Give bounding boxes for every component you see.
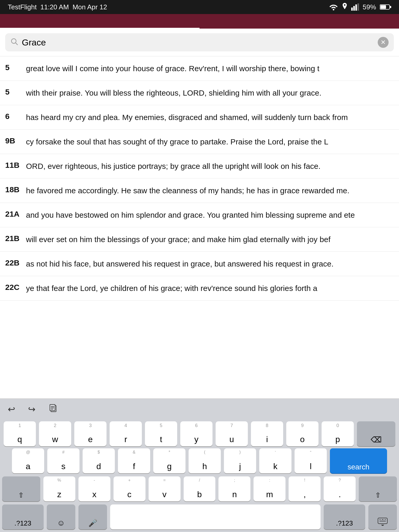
clear-icon: ✕ — [381, 39, 386, 46]
battery-label: 59% — [363, 3, 376, 11]
key-period[interactable]: ? . — [324, 476, 356, 501]
key-m[interactable]: : m — [254, 476, 285, 501]
space-key[interactable] — [110, 504, 321, 529]
paste-button[interactable] — [46, 401, 60, 417]
testflight-label: TestFlight — [8, 3, 37, 11]
result-number: 5 — [5, 63, 26, 72]
key-v[interactable]: = v — [149, 476, 181, 501]
result-number: 21A — [5, 209, 26, 218]
table-row[interactable]: 22B as not hid his face, but answered hi… — [0, 252, 399, 276]
top-tab-bar — [0, 14, 399, 29]
emoji-key[interactable]: ☺ — [47, 504, 75, 529]
location-icon — [342, 3, 348, 11]
search-bar-container: ✕ — [0, 29, 399, 56]
svg-rect-6 — [390, 6, 391, 8]
keyboard-number-row: 1 q 2 w 3 e 4 r 5 t 6 y — [0, 421, 399, 446]
table-row[interactable]: 6 has heard my cry and plea. My enemies,… — [0, 105, 399, 130]
svg-rect-0 — [351, 8, 353, 11]
wifi-icon — [329, 4, 338, 10]
key-f[interactable]: & f — [118, 448, 150, 473]
result-number: 5 — [5, 87, 26, 96]
search-bar: ✕ — [5, 33, 394, 51]
signal-icon — [351, 3, 359, 11]
key-s[interactable]: # s — [47, 448, 79, 473]
result-number: 21B — [5, 234, 26, 243]
search-icon — [10, 37, 18, 48]
key-u[interactable]: 7 u — [216, 421, 248, 446]
shift-key[interactable]: ⇧ — [2, 476, 40, 501]
undo-button[interactable]: ↩ — [5, 401, 18, 417]
tab-2[interactable] — [200, 14, 399, 29]
content-area: ✕ 5 great love will I come into your hou… — [0, 29, 399, 532]
result-text: ORD, ever righteous, his justice portray… — [26, 160, 394, 172]
key-l[interactable]: " l — [295, 448, 327, 473]
result-number: 11B — [5, 160, 26, 170]
result-number: 6 — [5, 111, 26, 121]
table-row[interactable]: 9B cy forsake the soul that has sought o… — [0, 130, 399, 154]
table-row[interactable]: 22C ye that fear the Lord, ye children o… — [0, 276, 399, 301]
key-r[interactable]: 4 r — [110, 421, 142, 446]
shift-right-key[interactable]: ⇧ — [359, 476, 397, 501]
numbers-key[interactable]: .?123 — [2, 504, 44, 529]
keyboard-bottom-row: .?123 ☺ 🎤 .?123 — [0, 504, 399, 529]
keyboard: 1 q 2 w 3 e 4 r 5 t 6 y — [0, 419, 399, 532]
battery-icon — [380, 4, 391, 10]
result-number: 22B — [5, 258, 26, 267]
keyboard-row-3: ⇧ % z - x + c = v / b ; — [0, 476, 399, 501]
result-text: will ever set on him the blessings of yo… — [26, 234, 394, 245]
key-i[interactable]: 8 i — [251, 421, 283, 446]
key-k[interactable]: ' k — [259, 448, 291, 473]
svg-rect-5 — [380, 5, 386, 9]
key-a[interactable]: @ a — [12, 448, 44, 473]
tab-1[interactable] — [0, 14, 200, 29]
table-row[interactable]: 21A and you have bestowed on him splendo… — [0, 203, 399, 227]
table-row[interactable]: 21B will ever set on him the blessings o… — [0, 227, 399, 252]
result-text: ye that fear the Lord, ye children of hi… — [26, 282, 394, 294]
key-j[interactable]: ) j — [224, 448, 256, 473]
svg-point-7 — [11, 39, 16, 43]
result-text: has heard my cry and plea. My enemies, d… — [26, 111, 394, 123]
table-row[interactable]: 18B he favored me accordingly. He saw th… — [0, 178, 399, 203]
mic-key[interactable]: 🎤 — [78, 504, 107, 529]
clear-button[interactable]: ✕ — [378, 37, 389, 48]
date-label: Mon Apr 12 — [72, 3, 107, 11]
result-text: he favored me accordingly. He saw the cl… — [26, 185, 394, 196]
table-row[interactable]: 5 with their praise. You will bless the … — [0, 81, 399, 105]
backspace-key[interactable]: ⌫ — [357, 421, 395, 446]
keyboard-row-2: @ a # s $ d & f * g ( h — [0, 448, 399, 473]
results-list: 5 great love will I come into your house… — [0, 56, 399, 398]
key-n[interactable]: ; n — [218, 476, 250, 501]
search-key[interactable]: search — [330, 448, 387, 473]
redo-button[interactable]: ↪ — [25, 401, 38, 417]
key-q[interactable]: 1 q — [4, 421, 36, 446]
key-w[interactable]: 2 w — [39, 421, 71, 446]
svg-line-8 — [16, 43, 18, 45]
key-c[interactable]: + c — [114, 476, 145, 501]
table-row[interactable]: 5 great love will I come into your house… — [0, 56, 399, 81]
hide-keyboard-key[interactable] — [368, 504, 397, 529]
result-text: with their praise. You will bless the ri… — [26, 87, 394, 99]
result-text: great love will I come into your house o… — [26, 63, 394, 74]
result-number: 22C — [5, 282, 26, 292]
status-right: 59% — [329, 3, 391, 11]
key-g[interactable]: * g — [153, 448, 185, 473]
key-x[interactable]: - x — [78, 476, 110, 501]
svg-rect-2 — [355, 4, 357, 11]
key-comma[interactable]: ! , — [289, 476, 321, 501]
status-left: TestFlight 11:20 AM Mon Apr 12 — [8, 3, 107, 11]
table-row[interactable]: 11B ORD, ever righteous, his justice por… — [0, 154, 399, 178]
numbers-right-key[interactable]: .?123 — [324, 504, 365, 529]
search-input[interactable] — [22, 37, 374, 48]
key-b[interactable]: / b — [184, 476, 216, 501]
key-t[interactable]: 5 t — [145, 421, 177, 446]
key-e[interactable]: 3 e — [74, 421, 107, 446]
key-p[interactable]: 0 p — [322, 421, 354, 446]
key-h[interactable]: ( h — [189, 448, 221, 473]
key-d[interactable]: $ d — [83, 448, 115, 473]
keyboard-toolbar: ↩ ↪ — [0, 398, 399, 419]
time-label: 11:20 AM — [40, 3, 69, 11]
key-o[interactable]: 9 o — [286, 421, 318, 446]
svg-rect-1 — [353, 6, 355, 11]
key-z[interactable]: % z — [43, 476, 75, 501]
key-y[interactable]: 6 y — [180, 421, 212, 446]
